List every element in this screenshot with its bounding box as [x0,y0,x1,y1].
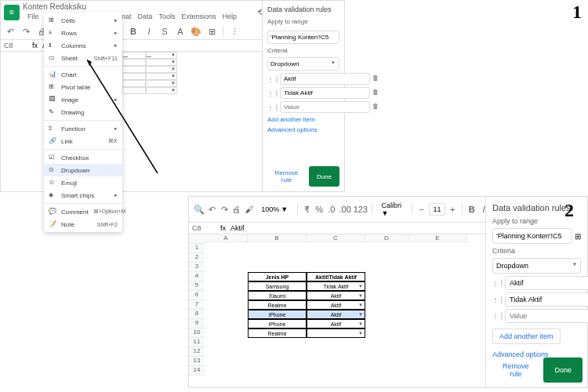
criteria-value-1[interactable] [280,73,370,85]
table-cell[interactable]: Xiaomi [248,291,307,300]
table-header-name[interactable]: Jenis HP [248,272,307,281]
menu-help[interactable]: Help [222,13,237,20]
zoom-select[interactable]: 100% ▼ [256,204,292,215]
color-chip[interactable] [276,75,278,83]
add-item-link[interactable]: Add another item [267,116,339,123]
menu-comment[interactable]: 💬Comment⌘+Option+M [44,205,122,218]
borders-icon[interactable]: ⊞ [205,25,218,38]
redo-icon[interactable]: ↷ [220,203,230,216]
color-chip[interactable] [276,89,278,97]
add-item-button[interactable]: Add another item [492,328,561,344]
menu-file[interactable]: File [27,13,39,20]
drag-icon[interactable]: ⋮⋮ [267,90,274,96]
col-header-e[interactable]: E [408,234,467,242]
col-header-b[interactable]: B [248,234,307,242]
menu-link[interactable]: 🔗Link⌘K [44,135,122,147]
formula-value[interactable]: Aktif [230,224,245,232]
italic-icon[interactable]: I [143,25,155,38]
table-cell-dropdown[interactable]: Aktif▼ [307,319,365,328]
bold-icon[interactable]: B [127,25,140,38]
menu-chart[interactable]: 📊Chart [44,68,122,81]
criteria-value-2[interactable] [505,292,588,307]
advanced-options-link[interactable]: Advanced options [267,126,339,133]
menu-data[interactable]: Data [137,13,152,20]
delete-icon[interactable]: 🗑 [372,89,379,98]
table-cell-dropdown[interactable]: Aktif▼ [307,291,365,300]
drag-icon[interactable]: ⋮⋮ [492,280,499,286]
menu-columns[interactable]: ⫿Columns▸ [44,39,122,52]
minus-icon[interactable]: − [417,203,426,216]
range-input[interactable] [267,31,339,44]
drag-icon[interactable]: ⋮⋮ [492,296,499,303]
font-size-input[interactable]: 11 [429,203,445,216]
criteria-value-2[interactable] [280,87,370,99]
more-icon[interactable]: ⋮ [228,25,241,38]
paint-icon[interactable]: 🖌 [245,203,254,216]
drag-icon[interactable]: ⋮⋮ [492,313,499,319]
drag-icon[interactable]: ⋮⋮ [267,76,274,82]
menu-sheet[interactable]: ▭SheetShift+F11 [44,52,122,64]
criteria-dropdown[interactable]: Dropdown [267,57,339,71]
decimal-dec-icon[interactable]: .0 [327,203,336,216]
menu-rows[interactable]: ≡Rows▸ [44,27,122,39]
table-cell[interactable]: Realme [248,328,307,338]
doc-title[interactable]: Konten Redaksiku [23,2,252,11]
table-cell-dropdown[interactable]: Tidak Aktif▼ [307,281,365,291]
color-chip[interactable] [501,296,503,303]
menu-tools[interactable]: Tools [158,13,175,20]
grid-select-icon[interactable]: ⊞ [575,232,581,241]
fill-color-icon[interactable]: 🎨 [190,25,202,38]
criteria-value-1[interactable] [505,276,588,290]
delete-icon[interactable]: 🗑 [372,74,379,84]
range-input[interactable] [492,228,572,244]
menu-emoji[interactable]: ☺Emoji [44,176,122,189]
color-chip[interactable] [276,103,278,111]
menu-note[interactable]: 📝NoteShift+F2 [44,218,122,230]
redo-icon[interactable]: ↷ [20,25,32,38]
remove-rule-button[interactable]: Remove rule [267,166,306,187]
done-button[interactable]: Done [543,358,583,383]
table-cell-dropdown-selected[interactable]: Aktif▼ [307,310,365,319]
table-cell[interactable]: Realme [248,300,307,310]
criteria-value-3[interactable] [280,101,370,113]
col-header-a[interactable]: A [205,234,248,242]
criteria-value-3[interactable] [505,309,588,323]
font-select[interactable]: Calibri ▼ [377,200,408,219]
color-chip[interactable] [501,312,503,320]
table-header-status[interactable]: Aktif/Tidak Aktif [307,272,365,281]
menu-drawing[interactable]: ✎Drawing [44,106,122,118]
table-cell-dropdown[interactable]: Aktif▼ [307,300,365,310]
undo-icon[interactable]: ↶ [4,25,16,38]
col-header-c[interactable]: C [307,234,365,242]
drag-icon[interactable]: ⋮⋮ [267,104,274,111]
table-cell[interactable]: Samsung [248,281,307,291]
table-cell[interactable]: iPhone [248,319,307,328]
currency-icon[interactable]: ₹ [303,203,312,216]
menu-smartchips[interactable]: ◈Smart chips▸ [44,189,122,201]
menu-checkbox[interactable]: ☑Checkbox [44,151,122,164]
col-header-d[interactable]: D [365,234,408,242]
strike-icon[interactable]: S [158,25,171,38]
menu-extensions[interactable]: Extensions [181,13,216,20]
decimal-inc-icon[interactable]: .00 [339,203,351,216]
menu-image[interactable]: 🖼Image▸ [44,93,122,106]
menu-function[interactable]: ΣFunction▸ [44,122,122,135]
print-icon[interactable]: 🖨 [232,203,241,216]
cell-reference[interactable]: C8 [4,42,27,49]
delete-icon[interactable]: 🗑 [372,103,379,112]
color-chip[interactable] [501,279,503,287]
search-icon[interactable]: 🔍 [194,203,205,216]
menu-dropdown[interactable]: ⊙Dropdown [44,164,122,176]
table-cell-selected[interactable]: iPhone [248,310,307,319]
criteria-dropdown[interactable]: Dropdown [492,258,581,274]
menu-cells[interactable]: ⊞Cells▸ [44,14,122,27]
format-123-icon[interactable]: 123 [354,203,367,216]
bold-icon[interactable]: B [467,203,477,216]
cell-reference[interactable]: C8 [192,224,216,232]
plus-icon[interactable]: + [448,203,458,216]
table-cell-dropdown[interactable]: ▼ [307,328,365,338]
text-color-icon[interactable]: A [174,25,187,38]
menu-pivot[interactable]: ⊞Pivot table [44,81,122,93]
remove-rule-button[interactable]: Remove rule [491,358,540,383]
undo-icon[interactable]: ↶ [208,203,217,216]
